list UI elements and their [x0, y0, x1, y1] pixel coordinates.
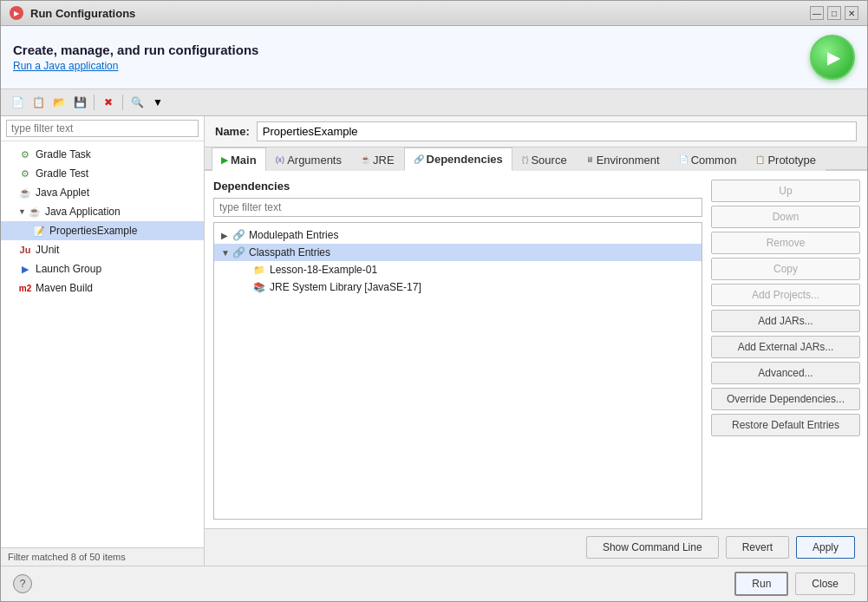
tab-common[interactable]: 📄 Common: [669, 147, 747, 171]
toolbar: 📄 📋 📂 💾 ✖ 🔍 ▼: [1, 89, 867, 116]
lesson18-label: Lesson-18-Example-01: [270, 264, 377, 276]
tab-prototype-label: Prototype: [767, 154, 816, 167]
tab-jre-label: JRE: [373, 154, 395, 167]
gradle-test-icon: ⚙: [18, 167, 32, 180]
dependencies-title: Dependencies: [213, 180, 702, 193]
config-bottom-bar: Show Command Line Revert Apply: [205, 528, 867, 566]
run-button[interactable]: Run: [734, 572, 788, 596]
run-big-button[interactable]: [810, 35, 855, 80]
tree-item-launch-group[interactable]: ▶ Launch Group: [1, 259, 204, 278]
minimize-button[interactable]: —: [810, 6, 824, 20]
app-icon: [10, 6, 23, 20]
name-label: Name:: [215, 125, 250, 138]
add-projects-button[interactable]: Add Projects...: [711, 284, 860, 306]
header-run-area: [810, 35, 855, 80]
tab-source[interactable]: {'} Source: [512, 147, 577, 171]
revert-button[interactable]: Revert: [726, 536, 789, 559]
duplicate-button[interactable]: 📋: [29, 93, 48, 112]
apply-button[interactable]: Apply: [796, 536, 855, 559]
override-dependencies-button[interactable]: Override Dependencies...: [711, 388, 860, 410]
modulepath-icon: 🔗: [232, 228, 245, 242]
up-button[interactable]: Up: [711, 180, 860, 202]
expand-icon: ▼: [18, 207, 26, 216]
tree-item-java-application[interactable]: ▼ ☕ Java Application: [1, 202, 204, 221]
remove-button[interactable]: Remove: [711, 232, 860, 254]
tree-item-maven-build[interactable]: m2 Maven Build: [1, 278, 204, 298]
show-command-line-button[interactable]: Show Command Line: [586, 536, 719, 559]
tab-main-label: Main: [231, 154, 257, 167]
tree-item-label: Launch Group: [36, 263, 101, 275]
filter-dropdown-button[interactable]: ▼: [148, 93, 167, 112]
import-button[interactable]: 📂: [49, 93, 69, 112]
tree-item-properties-example[interactable]: 📝 PropertiesExample: [1, 221, 204, 240]
copy-button[interactable]: Copy: [711, 258, 860, 280]
export-button[interactable]: 💾: [70, 93, 89, 112]
header-subtitle-link[interactable]: Run a Java application: [13, 60, 258, 72]
source-tab-icon: {'}: [522, 155, 529, 164]
dependency-action-buttons: Up Down Remove Copy Add Projects... Add …: [711, 171, 867, 528]
filter-input[interactable]: [6, 120, 199, 137]
restore-default-entries-button[interactable]: Restore Default Entries: [711, 414, 860, 436]
advanced-button[interactable]: Advanced...: [711, 362, 860, 384]
tab-arguments-label: Arguments: [287, 154, 342, 167]
tab-source-label: Source: [531, 154, 566, 167]
dependencies-panel: Dependencies ▶ 🔗 Modulepath Entries ▼ 🔗: [205, 171, 711, 528]
maximize-button[interactable]: □: [827, 6, 841, 20]
tree-item-junit[interactable]: Ju JUnit: [1, 240, 204, 259]
jrelib-icon: 📚: [252, 280, 266, 294]
new-config-button[interactable]: 📄: [8, 93, 27, 112]
tab-environment[interactable]: 🖥 Environment: [577, 147, 669, 171]
tree-item-gradle-test[interactable]: ⚙ Gradle Test: [1, 164, 204, 183]
classpath-expand-icon: ▼: [221, 248, 232, 258]
add-external-jars-button[interactable]: Add External JARs...: [711, 336, 860, 358]
tab-environment-label: Environment: [597, 154, 660, 167]
gradle-task-icon: ⚙: [18, 147, 32, 161]
title-bar: Run Configurations — □ ✕: [1, 1, 867, 26]
filter-status: Filter matched 8 of 50 items: [1, 547, 204, 566]
tree-item-label: Gradle Task: [36, 148, 91, 160]
help-button[interactable]: ?: [13, 574, 32, 593]
main-content: ⚙ Gradle Task ⚙ Gradle Test ☕ Java Apple…: [1, 116, 867, 566]
dep-tree-item-jrelib[interactable]: 📚 JRE System Library [JavaSE-17]: [214, 278, 702, 296]
tab-main[interactable]: ▶ Main: [212, 147, 266, 171]
close-button[interactable]: Close: [795, 573, 855, 595]
dep-tree-item-classpath[interactable]: ▼ 🔗 Classpath Entries: [214, 244, 702, 261]
java-applet-icon: ☕: [18, 186, 32, 200]
tree-item-label: Gradle Test: [36, 167, 88, 180]
add-jars-button[interactable]: Add JARs...: [711, 310, 860, 332]
tab-dependencies-label: Dependencies: [427, 153, 503, 166]
modulepath-label: Modulepath Entries: [249, 229, 338, 241]
tab-arguments[interactable]: (x) Arguments: [266, 147, 351, 171]
jrelib-label: JRE System Library [JavaSE-17]: [270, 281, 421, 293]
java-app-icon: ☕: [28, 205, 42, 219]
dep-tree-item-modulepath[interactable]: ▶ 🔗 Modulepath Entries: [214, 226, 702, 244]
name-row: Name:: [205, 116, 867, 147]
classpath-icon: 🔗: [232, 245, 245, 259]
tree-item-gradle-task[interactable]: ⚙ Gradle Task: [1, 145, 204, 164]
filter-button[interactable]: 🔍: [127, 93, 147, 112]
tree-item-java-applet[interactable]: ☕ Java Applet: [1, 183, 204, 202]
delete-button[interactable]: ✖: [99, 93, 118, 112]
close-window-button[interactable]: ✕: [845, 6, 858, 20]
tab-jre[interactable]: ☕ JRE: [351, 147, 404, 171]
tab-prototype[interactable]: 📋 Prototype: [746, 147, 826, 171]
left-panel: ⚙ Gradle Task ⚙ Gradle Test ☕ Java Apple…: [1, 116, 205, 566]
main-tab-icon: ▶: [221, 155, 228, 165]
launch-group-icon: ▶: [18, 262, 32, 276]
config-tree: ⚙ Gradle Task ⚙ Gradle Test ☕ Java Apple…: [1, 141, 204, 547]
down-button[interactable]: Down: [711, 206, 860, 228]
toolbar-separator: [94, 95, 95, 110]
common-tab-icon: 📄: [679, 155, 689, 164]
dependencies-filter-input[interactable]: [213, 198, 702, 217]
action-bar: ? Run Close: [1, 566, 867, 601]
dep-tree-item-lesson18[interactable]: 📁 Lesson-18-Example-01: [214, 261, 702, 278]
config-tabs: ▶ Main (x) Arguments ☕ JRE 🔗 Dependencie…: [205, 147, 867, 171]
right-panel: Name: ▶ Main (x) Arguments ☕ JRE 🔗: [205, 116, 867, 566]
name-input[interactable]: [257, 121, 857, 141]
header-content: Create, manage, and run configurations R…: [13, 43, 258, 72]
tab-dependencies[interactable]: 🔗 Dependencies: [404, 147, 512, 171]
run-configurations-dialog: Run Configurations — □ ✕ Create, manage,…: [0, 0, 868, 602]
toolbar-separator-2: [122, 95, 123, 110]
dependencies-tab-icon: 🔗: [414, 154, 424, 164]
properties-example-icon: 📝: [32, 224, 46, 238]
